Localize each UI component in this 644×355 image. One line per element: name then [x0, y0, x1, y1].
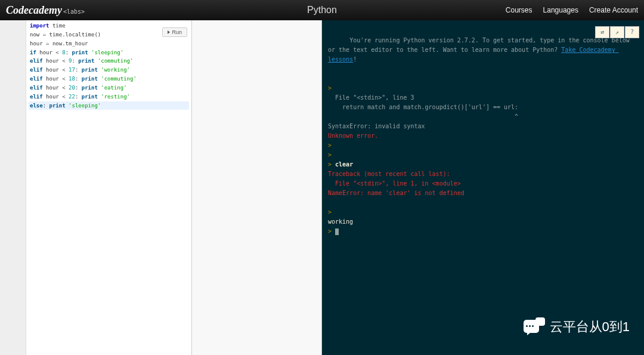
console-line: working [328, 217, 638, 227]
middle-pane [192, 20, 322, 355]
console-line: > [328, 141, 638, 150]
logo-labs: <labs> [63, 8, 85, 15]
console-line: Unknown error. [328, 131, 638, 141]
linkunlink-button[interactable]: ⇄ [595, 26, 609, 38]
nav-languages[interactable]: Languages [543, 6, 578, 14]
share-button[interactable]: ↗ [610, 26, 624, 38]
console-line [328, 198, 638, 208]
code-line[interactable]: elif hour < 18: print 'commuting' [29, 75, 189, 84]
logo-text: Codecademy [6, 4, 62, 17]
console-line: > [328, 150, 638, 160]
console-line: return match and match.groupdict()['url'… [328, 103, 638, 112]
watermark-text: 云平台从0到1 [550, 316, 630, 337]
header-nav: Courses Languages Create Account [506, 6, 638, 14]
code-line[interactable]: else: print 'sleeping' [29, 101, 189, 110]
nav-create-account[interactable]: Create Account [589, 6, 638, 14]
run-button-label: Run [172, 29, 182, 35]
editor-pane[interactable]: Run import timenow = time.localtime()hou… [26, 20, 192, 355]
run-button[interactable]: Run [162, 27, 187, 37]
console-line [328, 74, 638, 84]
help-button[interactable]: ? [625, 26, 639, 38]
console-line: SyntaxError: invalid syntax [328, 122, 638, 131]
console-toolbar: ⇄ ↗ ? [595, 26, 639, 38]
header: Codecademy <labs> Python Courses Languag… [0, 0, 644, 20]
left-gutter [0, 20, 26, 355]
console-intro: You're running Python version 2.7.2. To … [328, 26, 638, 74]
code-line[interactable]: elif hour < 20: print 'eating' [29, 84, 189, 92]
console-pane[interactable]: ⇄ ↗ ? You're running Python version 2.7.… [322, 20, 644, 355]
code-line[interactable]: if hour < 8: print 'sleeping' [29, 48, 189, 57]
console-line: File "<stdin>", line 1, in <module> [328, 179, 638, 189]
code-line[interactable]: elif hour < 17: print 'working' [29, 66, 189, 75]
page-title: Python [307, 5, 337, 16]
console-line: > [328, 227, 638, 236]
main: Run import timenow = time.localtime()hou… [0, 20, 644, 355]
console-line: > clear [328, 160, 638, 169]
console-body[interactable]: > File "<stdin>", line 3 return match an… [328, 74, 638, 236]
console-line: > [328, 84, 638, 93]
console-line: ^ [328, 112, 638, 122]
console-line: NameError: name 'clear' is not defined [328, 189, 638, 198]
console-line: File "<stdin>", line 3 [328, 93, 638, 103]
console-line: > [328, 208, 638, 217]
logo-group[interactable]: Codecademy <labs> [6, 4, 85, 17]
code-line[interactable]: elif hour < 9: print 'commuting' [29, 57, 189, 66]
code-line[interactable]: elif hour < 22: print 'resting' [29, 92, 189, 101]
console-line: Traceback (most recent call last): [328, 169, 638, 179]
code-line[interactable]: hour = now.tm_hour [29, 39, 189, 48]
watermark-overlay: 云平台从0到1 [524, 316, 630, 337]
wechat-icon [524, 317, 545, 335]
console-cursor [335, 229, 339, 235]
nav-courses[interactable]: Courses [506, 6, 532, 14]
